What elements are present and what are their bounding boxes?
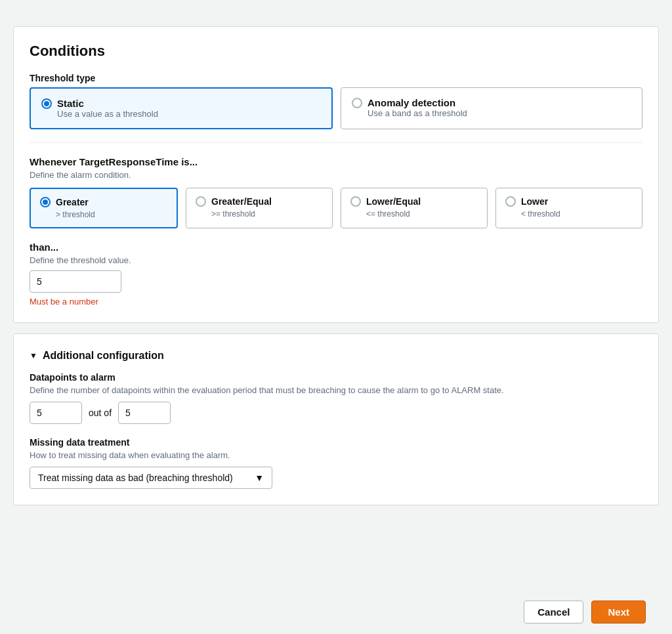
greater-equal-radio	[196, 196, 206, 207]
page-container: Conditions Threshold type Static Use a v…	[0, 13, 672, 634]
page-title: Conditions	[30, 43, 642, 60]
condition-lower[interactable]: Lower < threshold	[495, 188, 642, 228]
condition-greater-equal[interactable]: Greater/Equal >= threshold	[186, 188, 333, 228]
greater-equal-sub: >= threshold	[211, 209, 323, 219]
datapoints-value1-input[interactable]	[30, 402, 82, 424]
out-of-label: out of	[89, 408, 112, 418]
anomaly-title: Anomaly detection	[368, 97, 455, 108]
additional-config-title: Additional configuration	[43, 350, 164, 362]
cancel-button[interactable]: Cancel	[524, 601, 583, 623]
condition-greater[interactable]: Greater > threshold	[30, 188, 178, 228]
datapoints-row: out of	[30, 402, 642, 424]
static-description: Use a value as a threshold	[57, 109, 321, 119]
greater-radio	[40, 197, 51, 207]
divider-1	[30, 142, 642, 143]
threshold-type-label: Threshold type	[30, 73, 642, 83]
lower-radio	[505, 196, 516, 207]
threshold-type-options: Static Use a value as a threshold Anomal…	[30, 87, 642, 129]
than-sublabel: Define the threshold value.	[30, 255, 642, 265]
lower-equal-radio	[350, 196, 361, 207]
whenever-sublabel: Define the alarm condition.	[30, 170, 642, 180]
greater-sub: > threshold	[56, 210, 167, 219]
lower-equal-sub: <= threshold	[366, 209, 478, 219]
missing-data-chevron: ▼	[255, 473, 264, 483]
whenever-section: Whenever TargetResponseTime is... Define…	[30, 156, 642, 228]
threshold-type-section: Threshold type Static Use a value as a t…	[30, 73, 642, 129]
missing-data-label: Missing data treatment	[30, 437, 642, 448]
lower-title: Lower	[521, 196, 548, 207]
static-radio-circle	[41, 98, 52, 109]
datapoints-section: Datapoints to alarm Define the number of…	[30, 372, 642, 424]
greater-equal-title: Greater/Equal	[211, 196, 272, 207]
datapoints-sublabel: Define the number of datapoints within t…	[30, 385, 642, 395]
than-section: than... Define the threshold value. Must…	[30, 242, 642, 306]
missing-data-select[interactable]: Treat missing data as bad (breaching thr…	[30, 467, 272, 489]
footer-bar: Cancel Next	[13, 590, 659, 634]
lower-equal-title: Lower/Equal	[366, 196, 421, 207]
conditions-card: Conditions Threshold type Static Use a v…	[13, 26, 659, 323]
condition-lower-equal[interactable]: Lower/Equal <= threshold	[341, 188, 488, 228]
than-label: than...	[30, 242, 642, 253]
anomaly-radio-circle	[352, 98, 362, 108]
datapoints-label: Datapoints to alarm	[30, 372, 642, 383]
lower-sub: < threshold	[521, 209, 633, 219]
datapoints-value2-input[interactable]	[118, 402, 171, 424]
threshold-type-anomaly[interactable]: Anomaly detection Use a band as a thresh…	[341, 87, 642, 129]
greater-title: Greater	[56, 197, 89, 207]
threshold-value-input[interactable]	[30, 270, 121, 293]
condition-options: Greater > threshold Greater/Equal >= thr…	[30, 188, 642, 228]
missing-data-value: Treat missing data as bad (breaching thr…	[38, 473, 233, 483]
next-button[interactable]: Next	[591, 601, 646, 623]
missing-data-section: Missing data treatment How to treat miss…	[30, 437, 642, 489]
threshold-type-static[interactable]: Static Use a value as a threshold	[30, 87, 333, 129]
additional-config-header: ▼ Additional configuration	[30, 350, 642, 362]
static-title: Static	[57, 98, 84, 109]
additional-config-card: ▼ Additional configuration Datapoints to…	[13, 333, 659, 505]
collapse-icon[interactable]: ▼	[30, 351, 37, 360]
threshold-error: Must be a number	[30, 297, 642, 306]
missing-data-sublabel: How to treat missing data when evaluatin…	[30, 450, 642, 460]
anomaly-description: Use a band as a threshold	[368, 108, 631, 118]
whenever-label: Whenever TargetResponseTime is...	[30, 156, 642, 167]
